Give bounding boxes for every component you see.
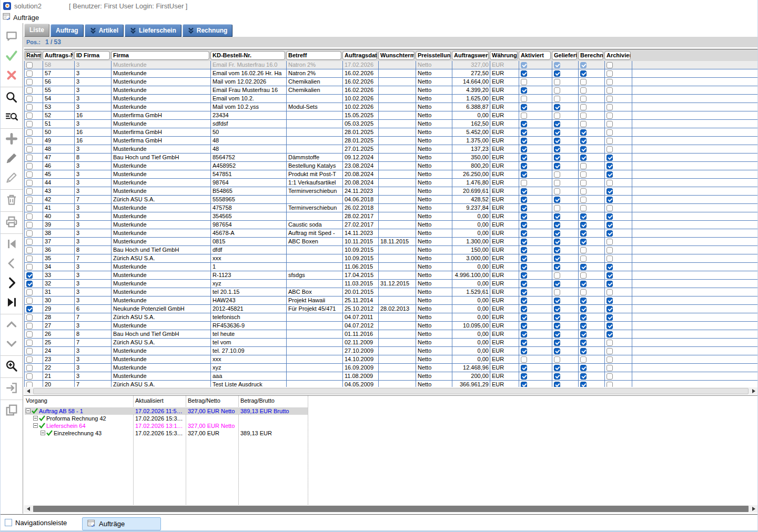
column-header-archiviert[interactable]: Archiviert bbox=[604, 51, 631, 60]
row-select-checkbox[interactable] bbox=[26, 205, 33, 211]
aktiviert-checkbox[interactable] bbox=[521, 79, 527, 85]
edit-button[interactable] bbox=[1, 149, 23, 169]
berechnet-checkbox[interactable] bbox=[580, 62, 587, 68]
archiviert-checkbox[interactable] bbox=[607, 255, 613, 262]
geliefert-checkbox[interactable] bbox=[554, 188, 560, 195]
table-h-scrollbar[interactable] bbox=[24, 387, 757, 395]
archiviert-checkbox[interactable] bbox=[607, 205, 613, 211]
nav-prev-button[interactable] bbox=[1, 254, 23, 274]
berechnet-checkbox[interactable] bbox=[580, 314, 587, 321]
archiviert-checkbox[interactable] bbox=[607, 264, 613, 270]
scroll-left-button[interactable] bbox=[24, 387, 32, 395]
row-select-checkbox[interactable] bbox=[26, 264, 33, 270]
aktiviert-checkbox[interactable] bbox=[521, 298, 527, 304]
archiviert-checkbox[interactable] bbox=[607, 289, 613, 295]
archiviert-checkbox[interactable] bbox=[607, 340, 613, 346]
geliefert-checkbox[interactable] bbox=[554, 70, 560, 77]
row-select-checkbox[interactable] bbox=[26, 255, 33, 262]
archiviert-checkbox[interactable] bbox=[607, 230, 613, 237]
geliefert-checkbox[interactable] bbox=[554, 121, 560, 127]
geliefert-checkbox[interactable] bbox=[554, 255, 560, 262]
archiviert-checkbox[interactable] bbox=[607, 163, 613, 169]
process-scroll-thumb[interactable] bbox=[33, 506, 749, 512]
zoom-in-button[interactable] bbox=[1, 357, 23, 376]
aktiviert-checkbox[interactable] bbox=[521, 180, 527, 186]
table-row[interactable]: 427Zürich ASU S.A.555896504.06.2018Netto… bbox=[24, 196, 757, 204]
aktiviert-checkbox[interactable] bbox=[521, 281, 527, 287]
berechnet-checkbox[interactable] bbox=[580, 365, 587, 371]
aktiviert-checkbox[interactable] bbox=[521, 264, 527, 270]
archiviert-checkbox[interactable] bbox=[607, 129, 613, 136]
geliefert-checkbox[interactable] bbox=[554, 348, 560, 354]
aktiviert-checkbox[interactable] bbox=[521, 222, 527, 228]
berechnet-checkbox[interactable] bbox=[580, 96, 587, 102]
tree-collapse-icon[interactable] bbox=[33, 416, 38, 421]
table-row[interactable]: 368Bau Hoch und Tief GmbHdfdf10.09.2015N… bbox=[24, 246, 757, 254]
berechnet-checkbox[interactable] bbox=[580, 264, 587, 270]
aktiviert-checkbox[interactable] bbox=[521, 104, 527, 110]
berechnet-checkbox[interactable] bbox=[580, 129, 587, 136]
nav-last-button[interactable] bbox=[1, 293, 23, 313]
row-select-checkbox[interactable] bbox=[26, 62, 33, 68]
scroll-down-button[interactable] bbox=[1, 335, 23, 354]
row-select-checkbox[interactable] bbox=[26, 281, 33, 287]
table-row[interactable]: 583MusterkundeEmail Fr. Musterfrau 16.0N… bbox=[24, 61, 757, 69]
berechnet-checkbox[interactable] bbox=[580, 255, 587, 262]
table-row[interactable]: 543MusterkundeEmail vom 10.2.10.02.2026N… bbox=[24, 95, 757, 103]
row-select-checkbox[interactable] bbox=[26, 247, 33, 253]
column-header-firma[interactable]: Firma bbox=[111, 51, 209, 60]
berechnet-checkbox[interactable] bbox=[580, 382, 587, 387]
archiviert-checkbox[interactable] bbox=[607, 306, 613, 312]
geliefert-checkbox[interactable] bbox=[554, 146, 560, 152]
row-select-checkbox[interactable] bbox=[26, 222, 33, 228]
aktiviert-checkbox[interactable] bbox=[521, 230, 527, 237]
aktiviert-checkbox[interactable] bbox=[521, 289, 527, 295]
table-row[interactable]: 213Musterkundeaaa11.08.2009Netto200,00EU… bbox=[24, 372, 757, 381]
aktiviert-checkbox[interactable] bbox=[521, 239, 527, 245]
geliefert-checkbox[interactable] bbox=[554, 171, 560, 178]
geliefert-checkbox[interactable] bbox=[554, 298, 560, 304]
geliefert-checkbox[interactable] bbox=[554, 306, 560, 312]
geliefert-checkbox[interactable] bbox=[554, 382, 560, 387]
berechnet-checkbox[interactable] bbox=[580, 155, 587, 161]
table-row[interactable]: 443Musterkunde987641:1 Verkaufsartikel20… bbox=[24, 179, 757, 187]
aktiviert-checkbox[interactable] bbox=[521, 331, 527, 337]
column-header-betreff[interactable]: Betreff bbox=[286, 51, 341, 60]
archiviert-checkbox[interactable] bbox=[607, 70, 613, 77]
row-select-checkbox[interactable] bbox=[26, 230, 33, 237]
table-row[interactable]: 357Zürich ASU S.A.xxx10.09.2015Netto3.00… bbox=[24, 254, 757, 263]
process-tree-row[interactable]: Einzelrechnung 4317.02.2026 15:3…327,00 … bbox=[24, 429, 757, 437]
table-row[interactable]: 207Zürich ASU S.A.Test Liste Ausdruck04.… bbox=[24, 381, 757, 387]
berechnet-checkbox[interactable] bbox=[580, 348, 587, 354]
row-select-checkbox[interactable] bbox=[26, 79, 33, 85]
row-select-checkbox[interactable] bbox=[26, 323, 33, 329]
search-list-button[interactable] bbox=[1, 108, 23, 127]
process-h-scrollbar[interactable] bbox=[24, 505, 757, 513]
archiviert-checkbox[interactable] bbox=[607, 239, 613, 245]
tab-liste[interactable]: Liste bbox=[24, 24, 49, 37]
row-select-checkbox[interactable] bbox=[26, 171, 33, 178]
archiviert-checkbox[interactable] bbox=[607, 323, 613, 329]
geliefert-checkbox[interactable] bbox=[554, 213, 560, 220]
column-header-auftragswert[interactable]: Auftragswert bbox=[452, 51, 489, 60]
row-select-checkbox[interactable] bbox=[26, 87, 33, 94]
berechnet-checkbox[interactable] bbox=[580, 281, 587, 287]
aktiviert-checkbox[interactable] bbox=[521, 146, 527, 152]
row-select-checkbox[interactable] bbox=[26, 306, 33, 312]
nav-next-button[interactable] bbox=[1, 274, 23, 293]
edit-alt-button[interactable] bbox=[1, 169, 23, 188]
table-row[interactable]: 333MusterkundeR-1123sfsdgs17.04.2015Nett… bbox=[24, 271, 757, 280]
aktiviert-checkbox[interactable] bbox=[521, 197, 527, 203]
archiviert-checkbox[interactable] bbox=[607, 155, 613, 161]
archiviert-checkbox[interactable] bbox=[607, 348, 613, 354]
geliefert-checkbox[interactable] bbox=[554, 87, 560, 94]
column-header-sel[interactable]: Rahmen bbox=[24, 51, 42, 60]
berechnet-checkbox[interactable] bbox=[580, 323, 587, 329]
aktiviert-checkbox[interactable] bbox=[521, 188, 527, 195]
aktiviert-checkbox[interactable] bbox=[521, 171, 527, 178]
aktiviert-checkbox[interactable] bbox=[521, 272, 527, 279]
table-row[interactable]: 453Musterkunde547851Produkt mit Post-T20… bbox=[24, 170, 757, 179]
table-row[interactable]: 313Musterkundetel 20.1.15ABC Box20.01.20… bbox=[24, 288, 757, 296]
berechnet-checkbox[interactable] bbox=[580, 230, 587, 237]
column-header-preisstellung[interactable]: Preisstellung bbox=[416, 51, 451, 60]
